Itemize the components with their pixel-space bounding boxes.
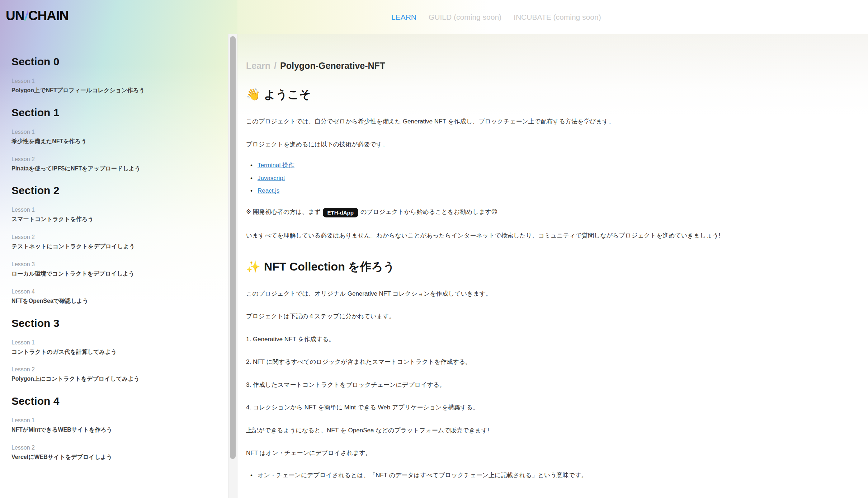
sidebar-section-3: Section 3 Lesson 1 コントラクトのガス代を計算してみよう Le… (11, 317, 214, 383)
lesson-item[interactable]: Lesson 2 Pinataを使ってIPFSにNFTをアップロードしよう (11, 156, 214, 173)
lesson-title: コントラクトのガス代を計算してみよう (11, 348, 214, 356)
lesson-label: Lesson 1 (11, 207, 214, 213)
javascript-link[interactable]: Javascript (258, 175, 285, 182)
step-4: 4. コレクションから NFT を簡単に Mint できる Web アプリケーシ… (246, 403, 859, 412)
logo-slash-icon: / (24, 8, 28, 24)
lessons-sidebar: Section 0 Lesson 1 Polygon上でNFTプロフィールコレク… (0, 34, 228, 498)
section-title: Section 3 (11, 317, 214, 329)
lesson-title: 希少性を備えたNFTを作ろう (11, 138, 214, 145)
page: UN/CHAIN LEARN GUILD (coming soon) INCUB… (0, 0, 868, 498)
lesson-label: Lesson 1 (11, 417, 214, 424)
breadcrumb-separator: / (274, 61, 277, 71)
lesson-item[interactable]: Lesson 1 NFTがMintできるWEBサイトを作ろう (11, 417, 214, 434)
welcome-paragraph-1: このプロジェクトでは、自分でゼロから希少性を備えた Generative NFT… (246, 117, 859, 126)
lesson-title: NFTがMintできるWEBサイトを作ろう (11, 426, 214, 434)
welcome-heading: 👋ようこそ (246, 87, 859, 103)
list-item: •React.js (246, 187, 859, 194)
sidebar-section-2: Section 2 Lesson 1 スマートコントラクトを作ろう Lesson… (11, 184, 214, 305)
lesson-title: VercelにWEBサイトをデプロイしよう (11, 454, 214, 461)
breadcrumb-learn-link[interactable]: Learn (246, 61, 270, 71)
lesson-label: Lesson 2 (11, 445, 214, 451)
terminal-link[interactable]: Terminal 操作 (258, 161, 294, 169)
lesson-title: Polygon上でNFTプロフィールコレクション作ろう (11, 87, 214, 94)
bullet-icon: • (250, 187, 253, 194)
lesson-title: スマートコントラクトを作ろう (11, 216, 214, 223)
nav-incubate[interactable]: INCUBATE (coming soon) (514, 13, 601, 22)
collection-paragraph-1: このプロジェクトでは、オリジナル Generative NFT コレクションを作… (246, 289, 859, 299)
bullet-icon: • (250, 162, 253, 169)
bullet-icon: • (250, 175, 253, 182)
welcome-paragraph-2: プロジェクトを進めるには以下の技術が必要です。 (246, 140, 859, 149)
logo-text-chain: CHAIN (28, 8, 69, 23)
bullet-icon: • (250, 471, 253, 480)
lesson-label: Lesson 1 (11, 129, 214, 135)
eth-dapp-badge: ETH-dApp (323, 208, 358, 217)
sidebar-scrollbar-track[interactable] (228, 34, 237, 498)
waving-hand-emoji-icon: 👋 (246, 88, 260, 101)
lesson-label: Lesson 1 (11, 78, 214, 84)
onchain-bullet: • オン・チェーンにデプロイされるとは、「NFT のデータはすべてブロックチェー… (246, 471, 859, 480)
lesson-label: Lesson 2 (11, 366, 214, 373)
lesson-label: Lesson 2 (11, 234, 214, 240)
logo-text-un: UN (6, 8, 24, 23)
lesson-content: Learn/Polygon-Generative-NFT 👋ようこそ このプロジ… (237, 34, 868, 498)
lesson-title: Polygon上にコントラクトをデプロイしてみよう (11, 375, 214, 383)
nav-learn[interactable]: LEARN (391, 13, 416, 22)
unchain-logo[interactable]: UN/CHAIN (6, 8, 69, 24)
list-item: •Javascript (246, 175, 859, 182)
lesson-title: NFTをOpenSeaで確認しよう (11, 297, 214, 305)
lesson-title: テストネットにコントラクトをデプロイしよう (11, 243, 214, 250)
lesson-item[interactable]: Lesson 2 テストネットにコントラクトをデプロイしよう (11, 234, 214, 250)
lesson-label: Lesson 2 (11, 156, 214, 163)
breadcrumb-current: Polygon-Generative-NFT (280, 61, 385, 71)
step-3: 3. 作成したスマートコントラクトをブロックチェーンにデプロイする。 (246, 380, 859, 390)
section-title: Section 1 (11, 107, 214, 119)
welcome-paragraph-3: いますべてを理解している必要はありません。わからないことがあったらインターネット… (246, 231, 859, 240)
lesson-label: Lesson 3 (11, 261, 214, 268)
lesson-item[interactable]: Lesson 4 NFTをOpenSeaで確認しよう (11, 288, 214, 305)
collection-paragraph-4: NFT はオン・チェーンにデプロイされます。 (246, 448, 859, 458)
lesson-title: Pinataを使ってIPFSにNFTをアップロードしよう (11, 165, 214, 173)
required-skills-list: •Terminal 操作 •Javascript •React.js (246, 161, 859, 194)
nft-collection-heading: ✨NFT Collection を作ろう (246, 259, 859, 275)
sidebar-section-1: Section 1 Lesson 1 希少性を備えたNFTを作ろう Lesson… (11, 107, 214, 173)
lesson-title: ローカル環境でコントラクトをデプロイしよう (11, 270, 214, 278)
step-2: 2. NFT に関するすべてのロジックが含まれたスマートコントラクトを作成する。 (246, 357, 859, 367)
lesson-item[interactable]: Lesson 1 コントラクトのガス代を計算してみよう (11, 339, 214, 356)
lesson-item[interactable]: Lesson 1 Polygon上でNFTプロフィールコレクション作ろう (11, 78, 214, 94)
lesson-item[interactable]: Lesson 1 希少性を備えたNFTを作ろう (11, 129, 214, 145)
lesson-item[interactable]: Lesson 2 Polygon上にコントラクトをデプロイしてみよう (11, 366, 214, 383)
lesson-label: Lesson 1 (11, 339, 214, 346)
lesson-item[interactable]: Lesson 3 ローカル環境でコントラクトをデプロイしよう (11, 261, 214, 278)
beginner-note: ※ 開発初心者の方は、まずETH-dAppのプロジェクトから始めることをお勧めし… (246, 207, 859, 217)
lesson-label: Lesson 4 (11, 288, 214, 295)
nav-guild[interactable]: GUILD (coming soon) (429, 13, 501, 22)
section-title: Section 2 (11, 184, 214, 197)
reactjs-link[interactable]: React.js (258, 187, 279, 194)
step-1: 1. Generative NFT を作成する。 (246, 335, 859, 344)
lesson-item[interactable]: Lesson 2 VercelにWEBサイトをデプロイしよう (11, 445, 214, 461)
section-title: Section 4 (11, 395, 214, 407)
sidebar-section-4: Section 4 Lesson 1 NFTがMintできるWEBサイトを作ろう… (11, 395, 214, 461)
collection-paragraph-3: 上記ができるようになると、NFT を OpenSea などのプラットフォームで販… (246, 426, 859, 435)
top-nav: LEARN GUILD (coming soon) INCUBATE (comi… (391, 0, 601, 34)
section-title: Section 0 (11, 56, 214, 68)
sparkles-emoji-icon: ✨ (246, 260, 260, 273)
collection-paragraph-2: プロジェクトは下記の４ステップに分かれています。 (246, 312, 859, 321)
sidebar-scrollbar-thumb[interactable] (230, 36, 236, 459)
sidebar-section-0: Section 0 Lesson 1 Polygon上でNFTプロフィールコレク… (11, 56, 214, 94)
list-item: •Terminal 操作 (246, 161, 859, 169)
lesson-item[interactable]: Lesson 1 スマートコントラクトを作ろう (11, 207, 214, 223)
breadcrumb: Learn/Polygon-Generative-NFT (246, 61, 859, 71)
